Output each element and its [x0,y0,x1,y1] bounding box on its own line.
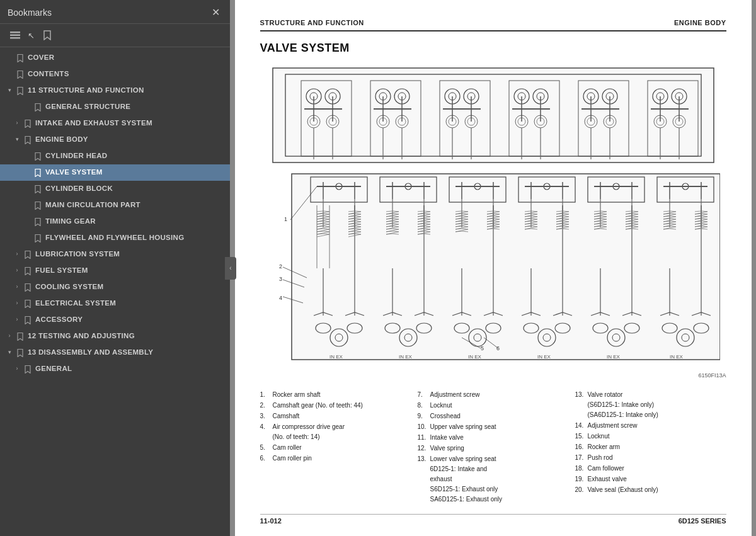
svg-text:3: 3 [279,276,282,282]
toggle-icon[interactable]: ▾ [5,86,14,95]
legend-col-2: 7.Adjustment screw8.Locknut9.Crosshead10… [418,390,569,505]
page-number: 11-012 [260,517,282,525]
tree-item-valve-system[interactable]: VALVE SYSTEM [0,164,230,181]
tree-item-fuel[interactable]: ›FUEL SYSTEM [0,263,230,279]
legend-item: 3.Camshaft [260,411,411,421]
legend-item: 9.Crosshead [418,411,569,421]
legend-section: 1.Rocker arm shaft2.Camshaft gear (No. o… [260,390,726,505]
toggle-icon[interactable] [23,185,32,193]
toggle-icon[interactable]: › [13,365,21,373]
legend-item: 18.Cam follower [575,464,726,474]
legend-item: 13.Lower valve spring seat 6D125-1: Inta… [418,454,569,505]
toggle-icon[interactable] [23,103,32,111]
toggle-icon[interactable]: ▾ [13,135,21,144]
toggle-icon[interactable]: › [5,332,14,341]
legend-text: Crosshead [430,411,569,421]
tree-item-testing[interactable]: ›12 TESTING AND ADJUSTING [0,328,230,345]
tree-item-cyl-block[interactable]: CYLINDER BLOCK [0,181,230,197]
bookmark-icon [33,168,42,178]
legend-item: 1.Rocker arm shaft [260,390,411,400]
legend-item: 11.Intake valve [418,433,569,443]
tree-item-main-circ[interactable]: MAIN CIRCULATION PART [0,197,230,214]
collapse-handle[interactable]: ‹ [225,257,236,280]
legend-num: 10. [418,422,428,432]
bookmark-icon [33,184,42,194]
legend-item: 17.Push rod [575,453,726,463]
tree-item-gen-struct[interactable]: GENERAL STRUCTURE [0,99,230,115]
legend-item: 10.Upper valve spring seat [418,422,569,432]
legend-item: 6.Cam roller pin [260,453,411,464]
legend-text: Push rod [588,453,726,463]
doc-header-left: STRUCTURE AND FUNCTION [260,19,364,26]
tree-item-contents[interactable]: CONTENTS [0,66,230,83]
bookmark-icon [23,266,32,276]
bookmark-icon [23,282,32,292]
tree-item-lubrication[interactable]: ›LUBRICATION SYSTEM [0,246,230,263]
svg-text:IN EX: IN EX [468,354,482,360]
legend-text: Cam roller pin [273,453,411,464]
legend-item: 2.Camshaft gear (No. of teeth: 44) [260,401,411,411]
toggle-icon[interactable]: ▾ [5,348,14,357]
bookmarks-title: Bookmarks [8,8,52,18]
toggle-icon[interactable]: › [13,119,21,128]
svg-text:IN EX: IN EX [537,354,551,360]
toggle-icon[interactable] [5,70,14,79]
tree-item-label: 13 DISASSEMBLY AND ASSEMBLY [28,348,225,357]
tree-item-cover[interactable]: COVER [0,50,230,66]
tree-item-accessory[interactable]: ›ACCESSORY [0,312,230,328]
doc-footer-row: 11-012 6D125 SERIES [260,514,726,525]
toggle-icon[interactable] [23,217,32,226]
tree-item-struct-func[interactable]: ▾11 STRUCTURE AND FUNCTION [0,83,230,99]
tree-item-electrical[interactable]: ›ELECTRICAL SYSTEM [0,295,230,312]
legend-text: Locknut [430,401,569,411]
toggle-icon[interactable]: › [13,299,21,308]
legend-num: 17. [575,453,585,463]
close-button[interactable]: ✕ [209,5,222,20]
legend-num: 4. [260,422,270,432]
bookmark-icon [23,299,32,309]
tree-item-label: ENGINE BODY [35,135,225,144]
legend-col-3: 13.Valve rotator (S6D125-1: Intake only)… [575,390,726,505]
expand-icon[interactable] [8,28,23,43]
legend-num: 1. [260,390,270,400]
legend-num: 8. [418,401,428,411]
add-bookmark-icon[interactable] [40,28,55,43]
toggle-icon[interactable] [23,234,32,242]
legend-text: Rocker arm [588,442,726,452]
legend-num: 7. [418,390,428,400]
tree-item-general[interactable]: ›GENERAL [0,361,230,377]
cursor-arrow: ↖ [28,31,35,40]
toggle-icon[interactable]: › [13,266,21,275]
tree-item-cyl-head[interactable]: CYLINDER HEAD [0,148,230,164]
toggle-icon[interactable]: › [13,316,21,324]
toggle-icon[interactable] [5,54,14,62]
legend-item: 4.Air compressor drive gear (No. of teet… [260,422,411,442]
bookmark-icon [23,249,32,259]
tree-item-label: CONTENTS [28,69,225,79]
bookmark-icon [16,86,25,96]
tree-item-engine-body[interactable]: ▾ENGINE BODY [0,132,230,148]
tree-item-disassembly[interactable]: ▾13 DISASSEMBLY AND ASSEMBLY [0,345,230,361]
toggle-icon[interactable] [23,201,32,210]
legend-num: 15. [575,431,585,442]
tree-item-intake-exhaust[interactable]: ›INTAKE AND EXHAUST SYSTEM [0,115,230,132]
legend-text: Air compressor drive gear (No. of teeth:… [273,422,411,442]
svg-text:IN EX: IN EX [607,354,621,360]
svg-text:IN EX: IN EX [670,354,684,360]
legend-num: 13. [418,454,428,464]
legend-num: 6. [260,453,270,464]
toggle-icon[interactable] [23,168,32,177]
toggle-icon[interactable]: › [13,250,21,259]
bookmark-icon [33,217,42,227]
legend-num: 13. [575,390,585,400]
toggle-icon[interactable]: › [13,283,21,292]
legend-text: Cam roller [273,443,411,453]
tree-item-label: 12 TESTING AND ADJUSTING [28,331,225,341]
toggle-icon[interactable] [23,152,32,161]
tree-item-flywheel[interactable]: FLYWHEEL AND FLYWHEEL HOUSING [0,230,230,246]
tree-item-cooling[interactable]: ›COOLING SYSTEM [0,279,230,295]
bookmark-icon [33,233,42,243]
tree-item-timing-gear[interactable]: TIMING GEAR [0,214,230,230]
legend-item: 12.Valve spring [418,443,569,453]
legend-num: 5. [260,443,270,453]
